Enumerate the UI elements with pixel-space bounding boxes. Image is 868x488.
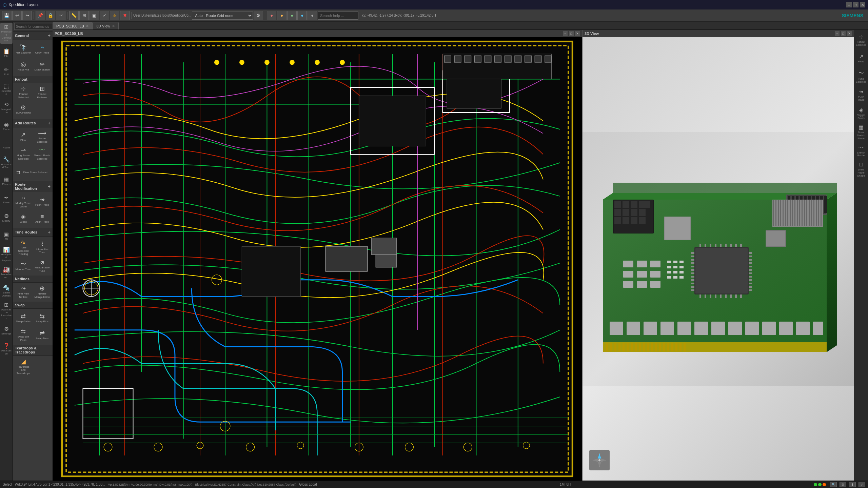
- rt-toggle-gloss[interactable]: ◈ Toggle Gloss: [855, 104, 868, 122]
- rt-push-trace[interactable]: ↠ Push Trace: [855, 86, 868, 104]
- manual-saw-tune-cmd[interactable]: ⌀ Manual Saw Tune: [33, 258, 52, 274]
- tab-3d[interactable]: 3D View ✕: [93, 22, 119, 29]
- status-expand-btn[interactable]: ⤢: [859, 482, 865, 487]
- 3d-min-btn[interactable]: –: [835, 31, 840, 36]
- toolbar-redo-btn[interactable]: ↪: [22, 11, 32, 20]
- sidebar-item-assistance[interactable]: ❓ Assistance: [0, 341, 13, 358]
- swap-pins-cmd[interactable]: ⇆ Swap Pins: [33, 310, 52, 326]
- 3d-close-btn[interactable]: ✕: [847, 31, 852, 36]
- sidebar-item-selection[interactable]: ⬚ Selection: [0, 81, 13, 99]
- rt-draw-sketch-plane[interactable]: ▦ Draw Sketch Plane: [855, 123, 868, 141]
- rt-tune-selected[interactable]: 〜 Tune Selected: [855, 68, 868, 85]
- toolbar-route-btn[interactable]: 〰: [56, 11, 65, 20]
- route-selected-cmd[interactable]: ⟿ Route Selected: [33, 129, 52, 145]
- align-trace-cmd[interactable]: ≡ Align Trace: [33, 210, 52, 227]
- pcb-view[interactable]: PCB_SC100_LB – □ ✕: [53, 30, 583, 481]
- toolbar-color2-btn[interactable]: ●: [277, 11, 287, 20]
- gloss-cmd[interactable]: ◈ Gloss: [14, 210, 33, 227]
- sidebar-item-planes[interactable]: ▦ Planes: [0, 172, 13, 190]
- toolbar-color4-btn[interactable]: ●: [297, 11, 307, 20]
- route-grid-dropdown[interactable]: Auto - Route Grid none: [192, 12, 253, 20]
- teardrops-section-header[interactable]: Teardrops & Tracedrops: [13, 345, 53, 356]
- sidebar-item-manufactur[interactable]: 🏭 Manufactur...: [0, 264, 13, 282]
- minimize-button[interactable]: –: [846, 2, 852, 7]
- plow-route-selected-cmd[interactable]: ⇉ Plow Route Selected: [14, 164, 51, 180]
- add-routes-section-header[interactable]: Add Routes +: [13, 119, 53, 127]
- pcb-canvas[interactable]: [53, 37, 582, 481]
- 3d-view[interactable]: 3D View – □ ✕: [583, 30, 854, 481]
- toolbar-pin-btn[interactable]: 📌: [36, 11, 45, 20]
- toolbar-undo-btn[interactable]: ↩: [12, 11, 22, 20]
- tab-3d-close[interactable]: ✕: [112, 24, 115, 28]
- status-settings-btn[interactable]: ⚙: [840, 482, 846, 487]
- draw-sketch-cmd[interactable]: ✏ Draw Sketch: [33, 58, 52, 75]
- sidebar-item-integration[interactable]: ⟲ Integration: [0, 99, 13, 117]
- close-button[interactable]: ✕: [860, 2, 865, 7]
- toolbar-color3-btn[interactable]: ●: [287, 11, 297, 20]
- status-search-btn[interactable]: 🔍: [830, 482, 837, 487]
- sidebar-item-3d[interactable]: ▣ 3D: [0, 227, 13, 245]
- toolbar-color5-btn[interactable]: ●: [308, 11, 317, 20]
- sidebar-item-place[interactable]: ◉ Place: [0, 118, 13, 135]
- tab-pcb-close[interactable]: ✕: [86, 24, 89, 28]
- swap-nets-cmd[interactable]: ⇌ Swap Nets: [33, 327, 52, 343]
- rt-sketch-route[interactable]: 〰 Sketch Route: [855, 142, 868, 160]
- maximize-button[interactable]: □: [853, 2, 859, 7]
- netline-manipulation-cmd[interactable]: ⊕ Netline Manipulation: [33, 284, 52, 300]
- sidebar-item-draw[interactable]: ✒ Draw: [0, 191, 13, 208]
- sidebar-item-predictive-commands[interactable]: ⊞ Predictive Commands: [0, 23, 13, 44]
- sidebar-item-edit[interactable]: ✏ Edit: [0, 63, 13, 80]
- teardrops-tracedrops-cmd[interactable]: ◢ Teardrops and Tracedrops: [14, 357, 33, 377]
- sidebar-item-smart-utils[interactable]: 🔩 Smart Utilities: [0, 283, 13, 300]
- place-via-cmd[interactable]: ◎ Place Via: [14, 58, 33, 75]
- toolbar-err-btn[interactable]: ✖: [120, 11, 130, 20]
- route-mod-section-header[interactable]: Route Modification +: [13, 181, 53, 192]
- toolbar-3d-btn[interactable]: ▣: [90, 11, 99, 20]
- netlines-section-header[interactable]: Netlines: [13, 276, 53, 283]
- sidebar-item-file[interactable]: 📋 File: [0, 44, 13, 62]
- pcb-close-btn[interactable]: ✕: [575, 31, 580, 36]
- plow-cmd[interactable]: ↗ Plow: [14, 129, 33, 145]
- bga-fanout-cmd[interactable]: ⊛ BGA Fanout: [14, 101, 33, 118]
- net-explorer-cmd[interactable]: 🔭 Net Explorer: [14, 41, 33, 58]
- toolbar-save-btn[interactable]: 💾: [2, 11, 12, 20]
- swap-diff-pairs-cmd[interactable]: ⇋ Swap Diff Pairs: [14, 327, 33, 343]
- help-search-input[interactable]: [318, 12, 358, 20]
- copy-trace-cmd[interactable]: ⤷ Copy Trace: [33, 41, 52, 58]
- general-add-btn[interactable]: +: [48, 33, 51, 38]
- toolbar-color1-btn[interactable]: ●: [267, 11, 276, 20]
- add-routes-add-btn[interactable]: +: [48, 120, 51, 126]
- 3d-max-btn[interactable]: □: [841, 31, 846, 36]
- swap-section-header[interactable]: Swap: [13, 302, 53, 309]
- sidebar-item-route[interactable]: 〰 Route: [0, 136, 13, 154]
- pcb-max-btn[interactable]: □: [569, 31, 574, 36]
- route-mod-add-btn[interactable]: +: [48, 184, 51, 189]
- swap-gates-cmd[interactable]: ⇄ Swap Gates: [14, 310, 33, 326]
- fanout-selected-cmd[interactable]: ⊹ Fanout Selected: [14, 84, 33, 101]
- interactive-tune-cmd[interactable]: ⌇ Interactive Tune: [33, 238, 52, 257]
- general-section-header[interactable]: General +: [13, 32, 53, 40]
- modify-trace-width-cmd[interactable]: ↔ Modify Trace Width: [14, 194, 33, 210]
- sidebar-item-modify[interactable]: ⚙ Modify: [0, 209, 13, 227]
- pcb-min-btn[interactable]: –: [563, 31, 568, 36]
- toolbar-net-btn[interactable]: ⊞: [79, 11, 89, 20]
- toolbar-options-btn[interactable]: ⚙: [254, 11, 263, 20]
- toolbar-lock-btn[interactable]: 🔒: [46, 11, 55, 20]
- tab-pcb[interactable]: PCB_SC100_LB ✕: [53, 22, 93, 29]
- 3d-board-container[interactable]: [583, 37, 854, 481]
- sidebar-item-settings[interactable]: ⚙ Settings: [0, 322, 13, 340]
- fanout-section-header[interactable]: Fanout: [13, 76, 53, 83]
- toolbar-check-btn[interactable]: ✓: [100, 11, 109, 20]
- tune-routes-add-btn[interactable]: +: [48, 229, 51, 235]
- sidebar-item-app-launcher[interactable]: ⊞ Application Launcher: [0, 301, 13, 322]
- fanout-patterns-cmd[interactable]: ⊞ Fanout Patterns: [33, 84, 52, 101]
- sidebar-item-advanced-tech[interactable]: 🔧 Advanced Tech: [0, 154, 13, 172]
- toolbar-measure-btn[interactable]: 📏: [69, 11, 79, 20]
- toolbar-warn-btn[interactable]: ⚠: [110, 11, 119, 20]
- push-trace-cmd[interactable]: ↠ Push Trace: [33, 194, 52, 210]
- tune-selected-routing-cmd[interactable]: ∿ Tune Selected Routing: [14, 238, 33, 257]
- status-info-btn[interactable]: ℹ: [849, 482, 856, 487]
- sketch-route-selected-cmd[interactable]: 〰 Sketch Route Selected: [33, 146, 52, 162]
- sidebar-item-analysis[interactable]: 📊 Analysis & Reports: [0, 246, 13, 263]
- command-search-input[interactable]: [14, 23, 53, 30]
